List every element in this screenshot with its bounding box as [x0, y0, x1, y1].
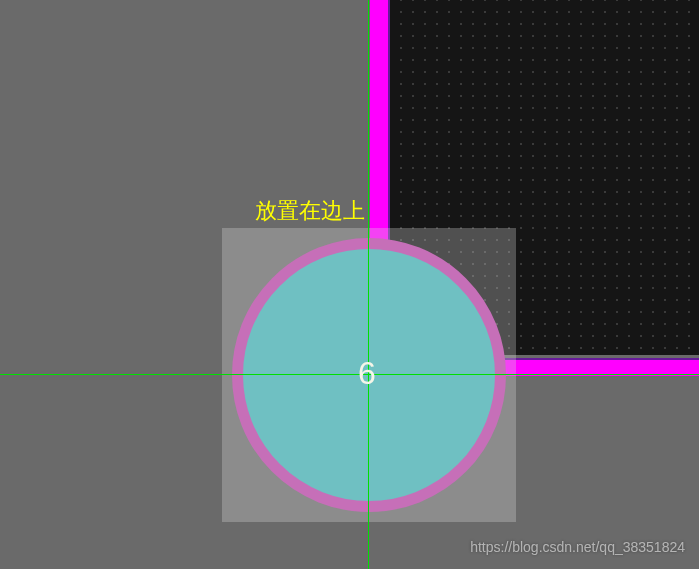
crosshair-vertical — [368, 0, 369, 569]
pin-number-label: 6 — [358, 355, 376, 392]
annotation-label: 放置在边上 — [255, 196, 365, 226]
watermark-text: https://blog.csdn.net/qq_38351824 — [470, 539, 685, 555]
crosshair-horizontal — [0, 374, 699, 375]
